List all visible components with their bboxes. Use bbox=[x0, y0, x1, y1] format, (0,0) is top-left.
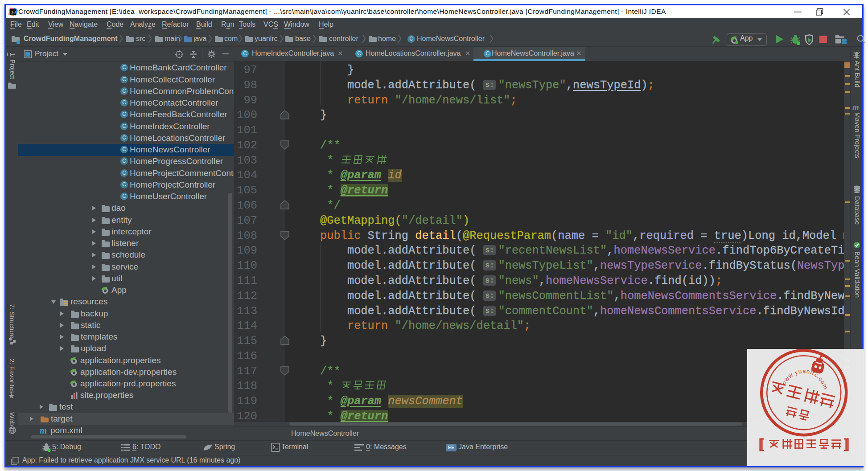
svg-text:www.yuanirc.com: www.yuanirc.com bbox=[779, 362, 833, 397]
